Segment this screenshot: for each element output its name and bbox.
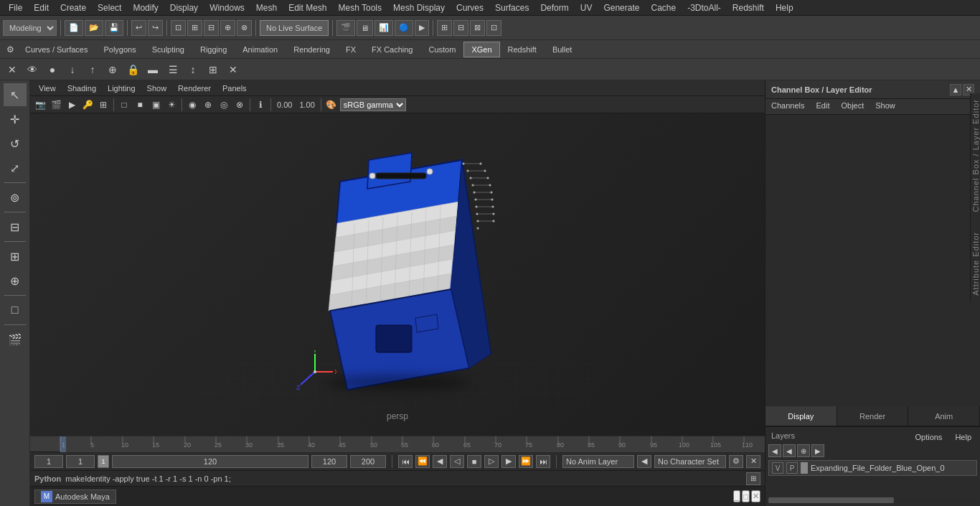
window3-button[interactable]: ⊠ [470, 20, 485, 36]
minimize-btn[interactable]: _ [733, 490, 740, 502]
tab-bullet[interactable]: Bullet [545, 42, 580, 57]
soft-select-tool[interactable]: ⊚ [4, 186, 27, 209]
vp-menu-show[interactable]: Show [143, 83, 171, 94]
layer-btn3[interactable]: ⊕ [797, 444, 810, 457]
tab-rendering[interactable]: Rendering [286, 42, 338, 57]
render5-button[interactable]: ▶ [415, 20, 429, 36]
frame-current-input[interactable] [66, 455, 95, 468]
move-tool[interactable]: ✛ [4, 108, 27, 131]
layer-btn1[interactable]: ◀ [768, 444, 781, 457]
snap-grid-tool[interactable]: ⊞ [4, 245, 27, 268]
last-tool[interactable]: ⊟ [4, 215, 27, 238]
pb-prev-frame[interactable]: ◀ [433, 455, 447, 468]
render2-button[interactable]: 🖥 [357, 20, 373, 36]
pb-stop[interactable]: ■ [467, 455, 481, 468]
redo-button[interactable]: ↪ [148, 20, 163, 36]
menu-help[interactable]: Help [770, 1, 799, 14]
vp-ao-btn[interactable]: ◉ [185, 98, 199, 112]
vp-key-btn[interactable]: 🔑 [80, 98, 95, 112]
frame-range-bar[interactable]: 120 [112, 455, 308, 468]
xgen-icon5[interactable]: ↑ [83, 60, 102, 79]
menu-generate[interactable]: Generate [598, 1, 645, 14]
vp-menu-renderer[interactable]: Renderer [174, 83, 215, 94]
vp-cam-btn[interactable]: 📷 [33, 98, 47, 112]
xgen-icon2[interactable]: 👁 [23, 60, 42, 79]
vp-menu-view[interactable]: View [34, 83, 60, 94]
tab-animation[interactable]: Animation [235, 42, 286, 57]
menu-mesh-tools[interactable]: Mesh Tools [333, 1, 387, 14]
ch-menu-channels[interactable]: Channels [765, 99, 810, 114]
char-set-dropdown[interactable]: No Character Set [654, 455, 726, 468]
menu-uv[interactable]: UV [575, 1, 598, 14]
window2-button[interactable]: ⊟ [453, 20, 468, 36]
xgen-icon12[interactable]: ✕ [224, 60, 242, 79]
xgen-icon11[interactable]: ⊞ [204, 60, 222, 79]
playback-end-input[interactable] [311, 455, 347, 468]
vp-aa-btn[interactable]: ⊗ [232, 98, 247, 112]
tab-polygons[interactable]: Polygons [95, 42, 143, 57]
menu-surfaces[interactable]: Surfaces [489, 1, 534, 14]
viewport[interactable]: View Shading Lighting Show Renderer Pane… [30, 80, 765, 436]
rp-float-btn[interactable]: ▲ [950, 84, 961, 95]
vp-colorspace-icon[interactable]: 🎨 [324, 98, 339, 112]
window4-button[interactable]: ⊡ [486, 20, 501, 36]
layers-help-menu[interactable]: Help [949, 431, 977, 444]
char-set-btn1[interactable]: ⚙ [729, 455, 743, 468]
layer-btn4[interactable]: ▶ [811, 444, 824, 457]
mode-select[interactable]: Modeling [3, 20, 57, 36]
dt-tab-anim[interactable]: Anim [908, 406, 980, 426]
xgen-icon10[interactable]: ↕ [184, 60, 202, 79]
xgen-icon6[interactable]: ⊕ [103, 60, 122, 79]
xgen-icon7[interactable]: 🔒 [123, 60, 142, 79]
pb-prev-key[interactable]: ⏪ [415, 455, 430, 468]
vp-menu-lighting[interactable]: Lighting [103, 83, 140, 94]
menu-deform[interactable]: Deform [534, 1, 574, 14]
snap5-button[interactable]: ⊗ [237, 20, 252, 36]
window1-button[interactable]: ⊞ [437, 20, 452, 36]
pb-go-start[interactable]: ⏮ [398, 455, 413, 468]
undo-button[interactable]: ↩ [131, 20, 146, 36]
render3-button[interactable]: 📊 [374, 20, 393, 36]
vp-menu-panels[interactable]: Panels [218, 83, 251, 94]
menu-redshift[interactable]: Redshift [727, 1, 770, 14]
layer-visibility-btn[interactable]: V [772, 462, 783, 474]
pb-play-fwd[interactable]: ▷ [484, 455, 499, 468]
ch-menu-show[interactable]: Show [870, 99, 901, 114]
menu-edit-mesh[interactable]: Edit Mesh [283, 1, 332, 14]
vp-smooth-btn[interactable]: ■ [133, 98, 147, 112]
vp-motion-btn[interactable]: ⊕ [201, 98, 215, 112]
xgen-icon4[interactable]: ↓ [63, 60, 82, 79]
render4-button[interactable]: 🔵 [395, 20, 413, 36]
tab-rigging[interactable]: Rigging [192, 42, 235, 57]
max-frame-input[interactable] [350, 455, 386, 468]
menu-file[interactable]: File [3, 1, 28, 14]
open-file-button[interactable]: 📂 [85, 20, 103, 36]
anim-layer-btn1[interactable]: ◀ [637, 455, 651, 468]
menu-windows[interactable]: Windows [204, 1, 250, 14]
menu-display[interactable]: Display [164, 1, 204, 14]
layer-item[interactable]: V P Expanding_File_Folder_Blue_Open_0 [768, 460, 977, 476]
display-mode1[interactable]: □ [4, 299, 27, 322]
pb-next-frame[interactable]: ▶ [501, 455, 516, 468]
layers-scrollbar[interactable] [768, 497, 977, 503]
anim-layer-dropdown[interactable]: No Anim Layer [562, 455, 634, 468]
frame-start-input[interactable]: 1 [34, 455, 63, 468]
snap1-button[interactable]: ⊡ [171, 20, 186, 36]
xgen-icon3[interactable]: ● [43, 60, 62, 79]
menu-edit[interactable]: Edit [28, 1, 55, 14]
layers-options-menu[interactable]: Options [909, 431, 948, 444]
tab-fx-caching[interactable]: FX Caching [364, 42, 420, 57]
pb-go-end[interactable]: ⏭ [536, 455, 550, 468]
menu-cache[interactable]: Cache [645, 1, 682, 14]
vp-film-btn[interactable]: 🎬 [49, 98, 63, 112]
tab-sculpting[interactable]: Sculpting [144, 42, 192, 57]
vp-colorspace-select[interactable]: sRGB gamma [340, 98, 406, 111]
pb-play-back[interactable]: ◁ [450, 455, 464, 468]
maya-task-btn[interactable]: M Autodesk Maya [34, 489, 116, 504]
tab-fx[interactable]: FX [338, 42, 364, 57]
vp-play-btn[interactable]: ▶ [65, 98, 79, 112]
snap-point-tool[interactable]: ⊕ [4, 269, 27, 292]
menu-create[interactable]: Create [55, 1, 92, 14]
layer-playback-btn[interactable]: P [786, 462, 798, 474]
ch-menu-object[interactable]: Object [835, 99, 870, 114]
